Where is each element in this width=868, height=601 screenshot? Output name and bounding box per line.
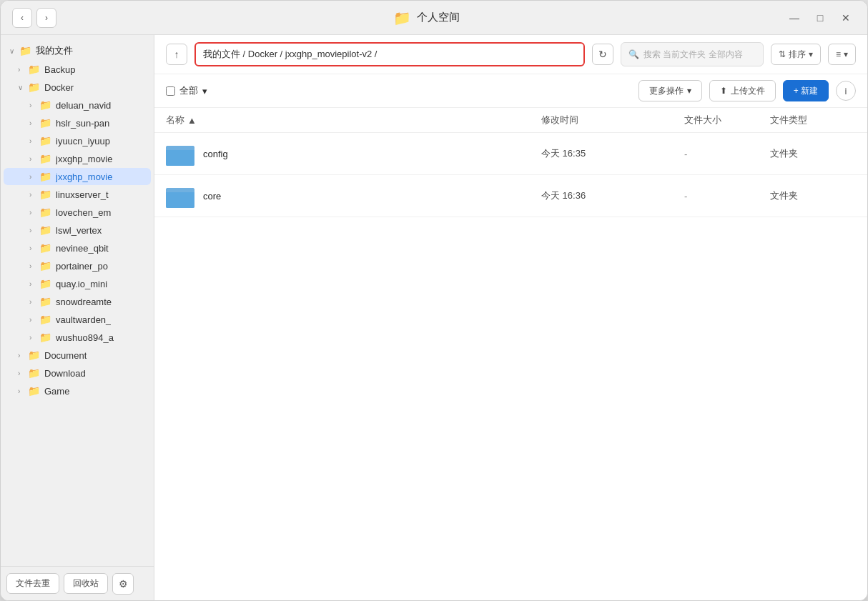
chevron-right-icon: › xyxy=(18,387,28,395)
sidebar-item-jxxghp2[interactable]: › 📁 jxxghp_movie xyxy=(4,168,151,185)
sidebar-item-label: lovechen_em xyxy=(56,207,111,218)
sidebar-item-label: linuxserver_t xyxy=(56,189,109,200)
folder-icon: 📁 xyxy=(28,385,40,397)
sidebar-item-lswl[interactable]: › 📁 lswl_vertex xyxy=(4,222,151,239)
sidebar-item-iyuucn[interactable]: › 📁 iyuucn_iyuup xyxy=(4,132,151,149)
sidebar-item-label: Download xyxy=(44,368,86,379)
chevron-right-icon: › xyxy=(29,316,39,324)
path-bar[interactable]: 我的文件 / Docker / jxxghp_moviepilot-v2 / xyxy=(194,42,585,66)
folder-icon: 📁 xyxy=(39,296,51,307)
sidebar-item-wushuo[interactable]: › 📁 wushuo894_a xyxy=(4,329,151,346)
sidebar-item-download[interactable]: › 📁 Download xyxy=(4,364,151,382)
toolbar: ↑ 我的文件 / Docker / jxxghp_moviepilot-v2 /… xyxy=(154,35,867,74)
sidebar-item-nevinee[interactable]: › 📁 nevinee_qbit xyxy=(4,239,151,257)
folder-icon: 📁 xyxy=(39,153,51,164)
file-modified: 今天 16:35 xyxy=(541,147,684,160)
col-name-header[interactable]: 名称 ▲ xyxy=(166,114,541,126)
file-size: - xyxy=(684,191,770,202)
sidebar-item-label: snowdreamte xyxy=(56,297,112,307)
title-folder-icon: 📁 xyxy=(393,9,411,26)
sidebar-item-label: wushuo894_a xyxy=(56,332,114,343)
col-type-header[interactable]: 文件类型 xyxy=(770,114,856,126)
up-directory-button[interactable]: ↑ xyxy=(166,44,187,65)
chevron-right-icon: › xyxy=(29,119,39,127)
sidebar-item-label: hslr_sun-pan xyxy=(56,118,109,129)
folder-icon: 📁 xyxy=(39,117,51,129)
select-all-checkbox[interactable] xyxy=(166,86,175,96)
sidebar-item-linuxserver[interactable]: › 📁 linuxserver_t xyxy=(4,186,151,203)
view-icon: ≡ xyxy=(836,49,841,59)
folder-icon: 📁 xyxy=(39,242,51,254)
table-row[interactable]: core 今天 16:36 - 文件夹 xyxy=(154,175,867,217)
trash-button[interactable]: 回收站 xyxy=(64,573,108,594)
sidebar-item-label: Game xyxy=(44,386,69,397)
sidebar-item-backup[interactable]: › 📁 Backup xyxy=(4,61,151,78)
window-title: 个人空间 xyxy=(417,11,460,24)
folder-icon: 📁 xyxy=(39,314,51,325)
col-modified-header[interactable]: 修改时间 xyxy=(541,114,684,126)
chevron-right-icon: › xyxy=(29,280,39,288)
chevron-right-icon: › xyxy=(29,155,39,163)
sidebar-item-label: jxxghp_movie xyxy=(56,154,113,164)
dedup-button[interactable]: 文件去重 xyxy=(6,573,59,594)
gear-icon: ⚙ xyxy=(119,578,128,590)
folder-icon: 📁 xyxy=(39,189,51,200)
minimize-button[interactable]: — xyxy=(784,8,804,28)
folder-icon: 📁 xyxy=(19,45,31,56)
upload-button[interactable]: ⬆ 上传文件 xyxy=(709,80,776,101)
info-button[interactable]: i xyxy=(836,81,856,101)
action-bar: 全部 ▾ 更多操作 ▾ ⬆ 上传文件 + 新建 i xyxy=(154,74,867,108)
col-size-header[interactable]: 文件大小 xyxy=(684,114,770,126)
sidebar-item-label: Document xyxy=(44,350,87,361)
close-button[interactable]: ✕ xyxy=(836,8,856,28)
folder-icon: 📁 xyxy=(39,207,51,218)
sidebar-item-game[interactable]: › 📁 Game xyxy=(4,382,151,399)
current-path: 我的文件 / Docker / jxxghp_moviepilot-v2 / xyxy=(203,48,377,61)
sort-button[interactable]: ⇅ 排序 ▾ xyxy=(771,44,821,65)
sidebar-item-label: portainer_po xyxy=(56,261,108,272)
upload-label: 上传文件 xyxy=(731,85,765,97)
col-type-label: 文件类型 xyxy=(770,114,807,125)
sidebar-item-portainer[interactable]: › 📁 portainer_po xyxy=(4,257,151,274)
view-button[interactable]: ≡ ▾ xyxy=(828,44,856,65)
select-all-label[interactable]: 全部 ▾ xyxy=(166,84,207,97)
sidebar-item-root[interactable]: ∨ 📁 我的文件 xyxy=(4,41,151,60)
file-name: config xyxy=(203,149,228,159)
folder-icon: 📁 xyxy=(39,332,51,343)
chevron-right-icon: › xyxy=(29,191,39,199)
sidebar-item-label: deluan_navid xyxy=(56,100,111,111)
search-placeholder-text: 搜索 当前文件夹 全部内容 xyxy=(643,49,743,61)
chevron-right-icon: › xyxy=(29,227,39,234)
chevron-right-icon: › xyxy=(29,173,39,181)
new-button[interactable]: + 新建 xyxy=(783,80,829,101)
chevron-right-icon: › xyxy=(18,369,28,377)
sidebar-item-lovechen[interactable]: › 📁 lovechen_em xyxy=(4,204,151,221)
settings-button[interactable]: ⚙ xyxy=(112,573,134,595)
sidebar-item-snowdream[interactable]: › 📁 snowdreamte xyxy=(4,293,151,310)
file-list-header: 名称 ▲ 修改时间 文件大小 文件类型 xyxy=(154,108,867,133)
table-row[interactable]: config 今天 16:35 - 文件夹 xyxy=(154,133,867,175)
sidebar-item-label: vaultwarden_ xyxy=(56,314,111,325)
sidebar-item-hslr[interactable]: › 📁 hslr_sun-pan xyxy=(4,114,151,131)
sidebar-item-deluan[interactable]: › 📁 deluan_navid xyxy=(4,96,151,114)
chevron-right-icon: › xyxy=(29,101,39,109)
sidebar: ∨ 📁 我的文件 › 📁 Backup ∨ 📁 Docker › � xyxy=(1,35,154,600)
sidebar-item-docker[interactable]: ∨ 📁 Docker xyxy=(4,79,151,96)
more-actions-button[interactable]: 更多操作 ▾ xyxy=(638,80,702,101)
maximize-button[interactable]: □ xyxy=(810,8,830,28)
window-controls: — □ ✕ xyxy=(784,8,856,28)
search-bar[interactable]: 🔍 搜索 当前文件夹 全部内容 xyxy=(621,42,764,66)
col-name-label: 名称 xyxy=(166,114,184,126)
file-type: 文件夹 xyxy=(770,147,856,160)
sidebar-item-vaultwarden[interactable]: › 📁 vaultwarden_ xyxy=(4,311,151,328)
file-list: config 今天 16:35 - 文件夹 xyxy=(154,133,867,600)
sidebar-item-quay[interactable]: › 📁 quay.io_mini xyxy=(4,275,151,292)
back-button[interactable]: ‹ xyxy=(12,8,32,28)
sidebar-item-document[interactable]: › 📁 Document xyxy=(4,347,151,364)
folder-icon: 📁 xyxy=(39,171,51,182)
select-all-text: 全部 xyxy=(179,84,198,97)
sidebar-item-jxxghp1[interactable]: › 📁 jxxghp_movie xyxy=(4,150,151,167)
forward-button[interactable]: › xyxy=(36,8,56,28)
up-arrow-icon: ↑ xyxy=(174,49,179,60)
refresh-button[interactable]: ↻ xyxy=(592,44,613,65)
